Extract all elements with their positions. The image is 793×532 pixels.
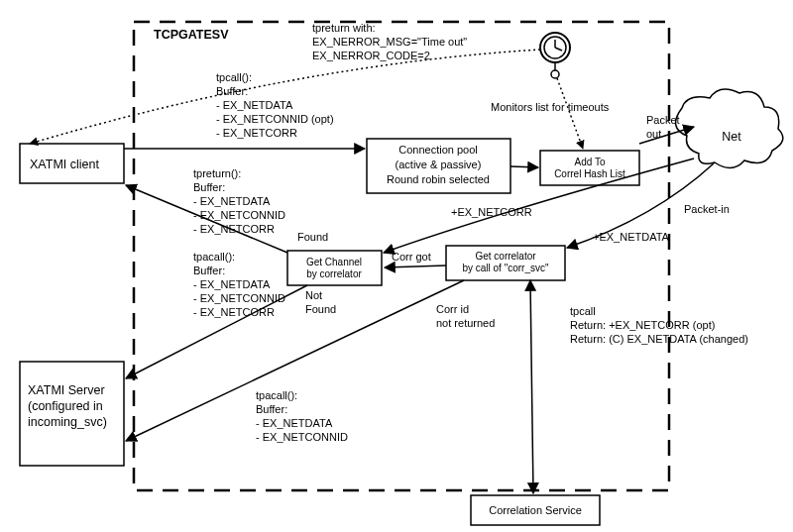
tpacall1-h: tpacall(): bbox=[193, 251, 235, 263]
packetin-label: Packet-in bbox=[684, 203, 730, 215]
corrgot-label: Corr got bbox=[392, 251, 431, 263]
xatmi-server-box bbox=[20, 362, 124, 466]
net-label: Net bbox=[722, 130, 741, 144]
net-cloud: Net bbox=[676, 89, 783, 168]
getcorr-l1: Get correlator bbox=[475, 251, 536, 262]
getcorr-l2: by call of "corr_svc" bbox=[462, 263, 549, 273]
notfound-l1: Not bbox=[305, 289, 322, 301]
monitors-label: Monitors list for timeouts bbox=[491, 101, 610, 113]
tpcall-b: Buffer: bbox=[216, 85, 248, 97]
xatmi-client-label: XATMI client bbox=[30, 158, 99, 171]
tpacall2-b: Buffer: bbox=[256, 403, 287, 415]
corrsvc-label: Correlation Service bbox=[489, 504, 582, 516]
tpreturn-b: Buffer: bbox=[193, 181, 225, 193]
tpreturn-h: tpreturn(): bbox=[193, 167, 241, 179]
tpacall2-i2: - EX_NETCONNID bbox=[256, 431, 348, 443]
addhash-l2: Correl Hash List bbox=[554, 168, 625, 179]
clock-to-hash-arrow bbox=[557, 78, 583, 149]
getcorr-to-corrsvc-arrow bbox=[530, 280, 533, 493]
tpreturn-i3: - EX_NETCORR bbox=[193, 223, 275, 235]
tpacall2-i1: - EX_NETDATA bbox=[256, 417, 333, 429]
tpcall-i3: - EX_NETCORR bbox=[216, 127, 297, 139]
tpcall-i1: - EX_NETDATA bbox=[216, 99, 293, 111]
corrnot-l2: not returned bbox=[436, 317, 495, 329]
tpreturn-timeout-l1: tpreturn with: bbox=[312, 22, 376, 34]
packetout-l1: Packet bbox=[646, 114, 680, 126]
xatmi-server-l1: XATMI Server bbox=[28, 383, 105, 397]
addhash-l1: Add To bbox=[575, 157, 606, 167]
svg-point-4 bbox=[551, 70, 559, 78]
getchan-l1: Get Channel bbox=[306, 257, 362, 267]
tpcallret-l1: tpcall bbox=[570, 305, 596, 317]
tpacall1-b: Buffer: bbox=[193, 265, 225, 276]
tpcall-h: tpcall(): bbox=[216, 71, 252, 83]
xatmi-server-l2: (configured in bbox=[28, 399, 103, 413]
tpacall1-i3: - EX_NETCORR bbox=[193, 306, 275, 318]
xatmi-server-l3: incoming_svc) bbox=[28, 415, 107, 429]
getchan-l2: by correlator bbox=[306, 268, 362, 279]
notfound-l2: Found bbox=[305, 303, 336, 315]
corrnot-l1: Corr id bbox=[436, 303, 469, 315]
tpreturn-timeout-l2: EX_NERROR_MSG="Time out" bbox=[312, 36, 467, 48]
title: TCPGATESV bbox=[154, 28, 229, 42]
connpool-l2: (active & passive) bbox=[396, 159, 482, 170]
packetout-l2: out bbox=[646, 128, 661, 140]
tpcallret-l3: Return: (C) EX_NETDATA (changed) bbox=[570, 333, 748, 345]
connpool-to-hash-arrow bbox=[510, 166, 538, 167]
connpool-l3: Round robin selected bbox=[387, 173, 490, 185]
tpacall1-i2: - EX_NETCONNID bbox=[193, 292, 285, 304]
tpcall-i2: - EX_NETCONNID (opt) bbox=[216, 113, 334, 125]
getcorr-to-getchan-arrow bbox=[385, 266, 446, 267]
found-label: Found bbox=[297, 231, 328, 243]
tpacall1-i1: - EX_NETDATA bbox=[193, 278, 271, 290]
connpool-l1: Connection pool bbox=[398, 144, 478, 156]
tpreturn-i2: - EX_NETCONNID bbox=[193, 209, 285, 221]
tpcallret-l2: Return: +EX_NETCORR (opt) bbox=[570, 319, 715, 331]
exnetdata-label: +EX_NETDATA bbox=[593, 231, 670, 243]
clock-icon bbox=[540, 33, 570, 78]
tpreturn-timeout-l3: EX_NERROR_CODE=2 bbox=[312, 50, 430, 61]
tpreturn-i1: - EX_NETDATA bbox=[193, 195, 271, 207]
tpacall2-h: tpacall(): bbox=[256, 389, 297, 401]
